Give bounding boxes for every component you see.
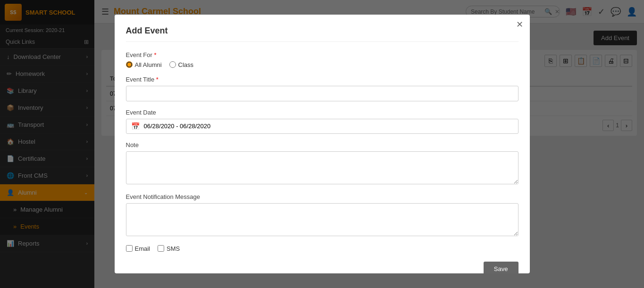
event-date-input[interactable] (144, 123, 513, 130)
radio-all-alumni-label: All Alumni (135, 61, 162, 68)
date-picker-wrap[interactable]: 📅 (126, 119, 519, 134)
checkbox-sms[interactable]: SMS (158, 245, 180, 252)
event-date-row: Event Date 📅 (126, 109, 519, 134)
note-row: Note (126, 141, 519, 186)
radio-class-label: Class (178, 61, 194, 68)
notification-label: Event Notification Message (126, 193, 519, 200)
event-date-label: Event Date (126, 109, 519, 116)
notification-textarea[interactable] (126, 203, 519, 236)
event-for-radio-group: All Alumni Class (126, 61, 519, 68)
checkbox-email[interactable]: Email (126, 245, 151, 252)
sms-label: SMS (167, 245, 180, 252)
calendar-small-icon: 📅 (131, 122, 140, 131)
event-title-row: Event Title * (126, 76, 519, 101)
modal-close-button[interactable]: ✕ (516, 20, 523, 29)
modal-footer: Save (126, 262, 519, 274)
add-event-modal: Add Event ✕ Event For * All Alumni Class (115, 15, 530, 274)
notification-row: Event Notification Message (126, 193, 519, 238)
note-textarea[interactable] (126, 151, 519, 184)
radio-class[interactable]: Class (169, 61, 194, 68)
modal-title: Add Event (126, 26, 519, 42)
radio-all-alumni[interactable]: All Alumni (126, 61, 162, 68)
email-label: Email (135, 245, 151, 252)
save-button[interactable]: Save (484, 262, 519, 274)
event-title-input[interactable] (126, 86, 519, 101)
event-for-row: Event For * All Alumni Class (126, 51, 519, 68)
checkbox-row: Email SMS (126, 245, 519, 252)
event-title-label: Event Title * (126, 76, 519, 83)
note-label: Note (126, 141, 519, 148)
modal-overlay: Add Event ✕ Event For * All Alumni Class (0, 0, 644, 288)
event-for-label: Event For * (126, 51, 519, 58)
